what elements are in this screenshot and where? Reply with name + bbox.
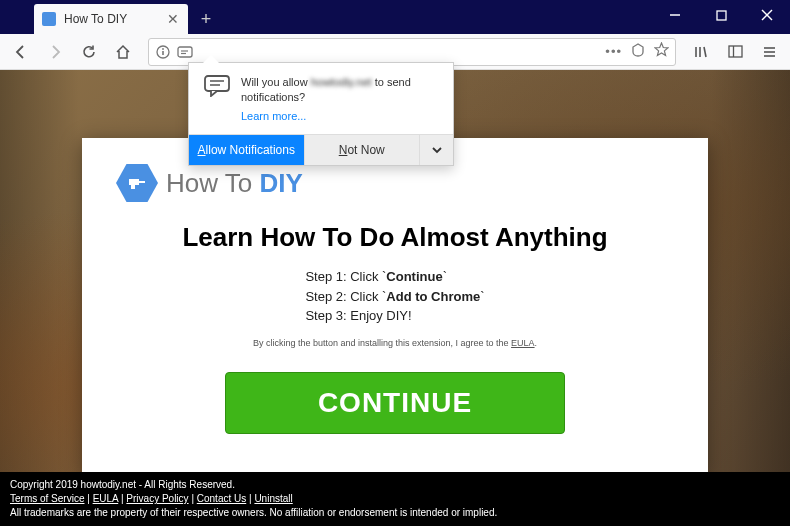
eula-footer-link[interactable]: EULA (93, 493, 119, 504)
main-modal: How To DIY Learn How To Do Almost Anythi… (82, 138, 708, 478)
step-2: Step 2: Click `Add to Chrome` (305, 287, 484, 307)
permission-icon[interactable] (177, 44, 193, 60)
svg-line-12 (704, 47, 706, 57)
tab-title: How To DIY (64, 12, 166, 26)
page-footer: Copyright 2019 howtodiy.net - All Rights… (0, 472, 790, 526)
notification-popup: Will you allow howtodiy.net to send noti… (188, 62, 454, 166)
svg-point-6 (162, 48, 164, 50)
close-button[interactable] (744, 0, 790, 30)
headline: Learn How To Do Almost Anything (116, 222, 674, 253)
privacy-link[interactable]: Privacy Policy (126, 493, 188, 504)
continue-button[interactable]: CONTINUE (225, 372, 565, 434)
bookmark-star-icon[interactable] (654, 42, 669, 61)
svg-rect-18 (205, 76, 229, 91)
allow-notifications-button[interactable]: Allow Notifications (189, 135, 304, 165)
svg-rect-1 (717, 11, 726, 20)
notification-dropdown-icon[interactable] (419, 135, 453, 165)
browser-tab[interactable]: How To DIY ✕ (34, 4, 188, 34)
uninstall-link[interactable]: Uninstall (254, 493, 292, 504)
steps-list: Step 1: Click `Continue` Step 2: Click `… (305, 267, 484, 326)
step-1: Step 1: Click `Continue` (305, 267, 484, 287)
window-controls (652, 0, 790, 30)
eula-link[interactable]: EULA (511, 338, 535, 348)
back-button[interactable] (6, 37, 36, 67)
tos-link[interactable]: Terms of Service (10, 493, 84, 504)
info-icon[interactable] (155, 44, 171, 60)
step-3: Step 3: Enjoy DIY! (305, 306, 484, 326)
copyright-text: Copyright 2019 howtodiy.net - All Rights… (10, 478, 780, 492)
learn-more-link[interactable]: Learn more... (241, 110, 439, 122)
notification-message: Will you allow howtodiy.net to send noti… (241, 75, 439, 106)
tab-close-icon[interactable]: ✕ (166, 12, 180, 26)
page-actions-icon[interactable]: ••• (605, 44, 622, 59)
not-now-button[interactable]: Not Now (304, 135, 420, 165)
maximize-button[interactable] (698, 0, 744, 30)
reader-mode-icon[interactable] (630, 42, 646, 62)
sidebar-icon[interactable] (720, 37, 750, 67)
window-titlebar: How To DIY ✕ + (0, 0, 790, 34)
trademark-text: All trademarks are the property of their… (10, 506, 780, 520)
logo: How To DIY (116, 162, 674, 204)
disclaimer-text: By clicking the button and installing th… (116, 338, 674, 348)
tab-favicon (42, 12, 56, 26)
drill-icon (116, 162, 158, 204)
svg-rect-13 (729, 46, 742, 57)
new-tab-button[interactable]: + (192, 5, 220, 33)
svg-rect-7 (178, 47, 192, 57)
menu-icon[interactable] (754, 37, 784, 67)
minimize-button[interactable] (652, 0, 698, 30)
logo-text: How To DIY (166, 168, 303, 199)
contact-link[interactable]: Contact Us (197, 493, 246, 504)
forward-button[interactable] (40, 37, 70, 67)
home-button[interactable] (108, 37, 138, 67)
library-icon[interactable] (686, 37, 716, 67)
speech-bubble-icon (203, 75, 231, 97)
reload-button[interactable] (74, 37, 104, 67)
